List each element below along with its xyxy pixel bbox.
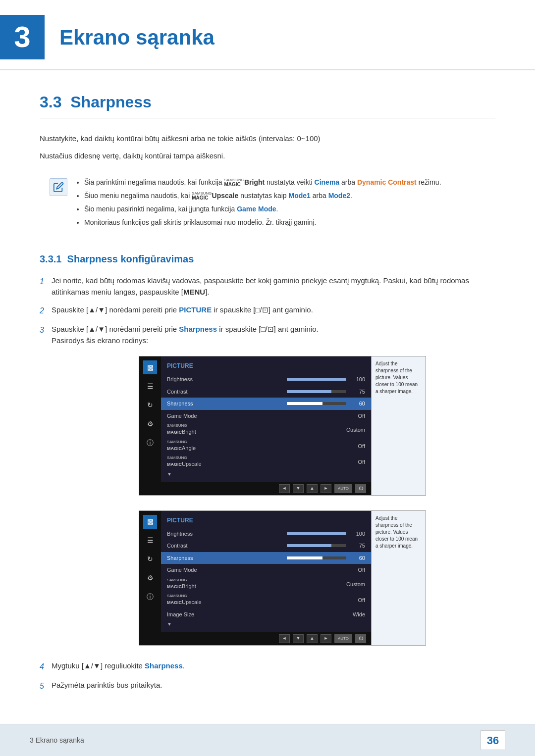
osd-nav-up: ▲ xyxy=(307,484,318,493)
step-5: 5 Pažymėta parinktis bus pritaikyta. xyxy=(40,680,495,692)
osd-item-contrast-2: Contrast 75 xyxy=(161,540,371,552)
osd-item-brightness-2: Brightness 100 xyxy=(161,528,371,540)
footer-page-number: 36 xyxy=(481,730,505,750)
note-item-4: Monitoriaus funkcijos gali skirtis prikl… xyxy=(84,217,441,228)
osd-item-brightness-1: Brightness 100 xyxy=(161,373,371,386)
osd-item-gamemode-2: Game Mode Off xyxy=(161,564,371,576)
osd-nav-down-2: ▼ xyxy=(293,634,304,643)
step-4: 4 Mygtuku [▲/▼] reguliuokite Sharpness. xyxy=(40,660,495,673)
osd-icon-picture: ▩ xyxy=(143,360,157,374)
note-item-1: Šia parinktimi negalima naudotis, kai fu… xyxy=(84,177,441,188)
osd-item-magicbright-2: SAMSUNGMAGICBright Custom xyxy=(161,576,371,593)
osd-item-gamemode-1: Game Mode Off xyxy=(161,410,371,422)
osd-menu-title-1: PICTURE xyxy=(161,359,371,373)
osd-item-magicupscale-2: SAMSUNGMAGICUpscale Off xyxy=(161,592,371,608)
osd-nav-auto-2: AUTO xyxy=(334,634,352,643)
osd-icon-settings-2: ⚙ xyxy=(143,571,157,585)
osd-bottom-1: ◄ ▼ ▲ ► AUTO ⏻ xyxy=(161,482,371,495)
osd-item-magicangle-1: SAMSUNGMAGICAngle Off xyxy=(161,438,371,454)
osd-screenshot-2: ▩ ☰ ↻ ⚙ ⓘ PICTURE Brightness 100 xyxy=(139,510,426,646)
osd-sidebar-2: ▩ ☰ ↻ ⚙ ⓘ xyxy=(139,511,161,646)
note-box: Šia parinktimi negalima naudotis, kai fu… xyxy=(40,171,495,237)
osd-nav-right: ► xyxy=(321,484,331,493)
osd-item-sharpness-1: Sharpness 60 xyxy=(161,398,371,410)
chapter-number-box: 3 xyxy=(0,15,45,59)
osd-display-1: ▩ ☰ ↻ ⚙ ⓘ PICTURE Brightness 100 xyxy=(139,356,426,496)
osd-item-imagesize-2: Image Size Wide xyxy=(161,608,371,621)
osd-help-text-1: Adjust the sharpness of the picture. Val… xyxy=(371,356,426,495)
osd-nav-left-2: ◄ xyxy=(279,634,290,643)
osd-nav-up-2: ▲ xyxy=(307,634,318,643)
screenshots-area: ▩ ☰ ↻ ⚙ ⓘ PICTURE Brightness 100 xyxy=(69,356,495,646)
osd-sidebar-1: ▩ ☰ ↻ ⚙ ⓘ xyxy=(139,356,161,495)
section-heading: 3.3 Sharpness xyxy=(40,90,495,118)
note-item-2: Šiuo meniu negalima naudotis, kai SAMSUN… xyxy=(84,191,441,201)
osd-icon-menu-2: ☰ xyxy=(143,534,157,548)
section-number: 3.3 xyxy=(40,93,61,111)
step-3: 3 Spauskite [▲/▼] norėdami pereiti prie … xyxy=(40,324,495,346)
intro-line-1: Nustatykite, kad daiktų kontūrai būtų ai… xyxy=(40,133,495,145)
osd-scroll-indicator-2: ▼ xyxy=(161,620,371,629)
osd-icon-picture-2: ▩ xyxy=(143,515,157,529)
subsection-heading: 3.3.1 Sharpness konfigūravimas xyxy=(40,252,495,266)
osd-menu-title-2: PICTURE xyxy=(161,514,371,528)
osd-menu-2: PICTURE Brightness 100 Contrast 75 xyxy=(161,511,371,633)
page-footer: 3 Ekrano sąranka 36 xyxy=(0,724,535,756)
osd-icon-menu: ☰ xyxy=(143,379,157,393)
osd-nav-auto: AUTO xyxy=(334,484,352,493)
steps-list: 1 Jei norite, kad būtų rodomas klavišų v… xyxy=(40,275,495,346)
osd-bottom-2: ◄ ▼ ▲ ► AUTO ⏻ xyxy=(161,632,371,645)
osd-icon-settings: ⚙ xyxy=(143,417,157,431)
subsection-number: 3.3.1 xyxy=(40,253,61,264)
note-icon xyxy=(50,178,67,196)
osd-nav-right-2: ► xyxy=(321,634,331,643)
page-content: 3.3 Sharpness Nustatykite, kad daiktų ko… xyxy=(0,90,535,692)
note-item-3: Šio meniu pasirinkti negalima, kai įjung… xyxy=(84,204,441,214)
osd-item-magicupscale-1: SAMSUNGMAGICUpscale Off xyxy=(161,454,371,470)
osd-help-text-2: Adjust the sharpness of the picture. Val… xyxy=(371,511,426,646)
section-title: Sharpness xyxy=(70,93,152,111)
osd-item-sharpness-2: Sharpness 60 xyxy=(161,552,371,564)
osd-item-magicbright-1: SAMSUNGMAGICBright Custom xyxy=(161,422,371,438)
osd-screenshot-1: ▩ ☰ ↻ ⚙ ⓘ PICTURE Brightness 100 xyxy=(139,356,426,496)
osd-display-2: ▩ ☰ ↻ ⚙ ⓘ PICTURE Brightness 100 xyxy=(139,510,426,646)
intro-line-2: Nustačius didesnę vertę, daiktų kontūrai… xyxy=(40,151,495,162)
osd-menu-1: PICTURE Brightness 100 Contrast 75 xyxy=(161,356,371,482)
osd-nav-power-2: ⏻ xyxy=(355,634,366,643)
step-1: 1 Jei norite, kad būtų rodomas klavišų v… xyxy=(40,275,495,298)
chapter-number: 3 xyxy=(14,22,30,52)
osd-nav-power: ⏻ xyxy=(355,484,366,493)
subsection-title: Sharpness konfigūravimas xyxy=(67,253,194,264)
osd-icon-info-2: ⓘ xyxy=(143,590,157,604)
osd-icon-rotate-2: ↻ xyxy=(143,553,157,566)
osd-item-contrast-1: Contrast 75 xyxy=(161,386,371,398)
step-2: 2 Spauskite [▲/▼] norėdami pereiti prie … xyxy=(40,304,495,317)
footer-chapter-label: 3 Ekrano sąranka xyxy=(30,735,84,746)
osd-icon-info: ⓘ xyxy=(143,436,157,450)
note-content: Šia parinktimi negalima naudotis, kai fu… xyxy=(75,177,441,231)
steps-list-cont: 4 Mygtuku [▲/▼] reguliuokite Sharpness. … xyxy=(40,660,495,692)
osd-scroll-indicator-1: ▼ xyxy=(161,470,371,479)
osd-icon-rotate: ↻ xyxy=(143,398,157,412)
chapter-title: Ekrano sąranka xyxy=(59,22,214,53)
osd-nav-down: ▼ xyxy=(293,484,304,493)
osd-nav-left: ◄ xyxy=(279,484,290,493)
chapter-header: 3 Ekrano sąranka xyxy=(0,0,535,70)
